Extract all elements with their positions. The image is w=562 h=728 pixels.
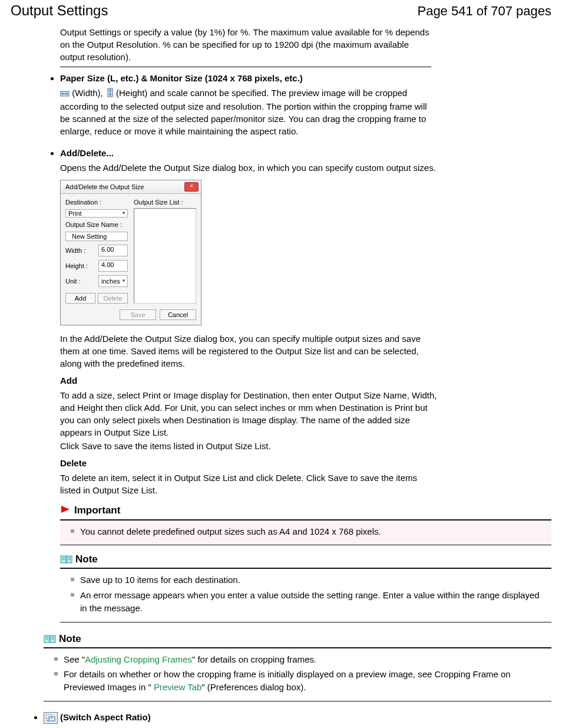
- delete-text: To delete an item, select it in Output S…: [60, 472, 437, 496]
- page-header: Output Settings Page 541 of 707 pages: [11, 0, 551, 26]
- paper-size-heading: Paper Size (L, etc.) & Monitor Size (102…: [60, 73, 303, 83]
- section-paper-size: Paper Size (L, etc.) & Monitor Size (102…: [60, 73, 551, 137]
- after-dialog-text: In the Add/Delete the Output Size dialog…: [60, 332, 437, 370]
- chevron-down-icon: ▼: [121, 210, 126, 216]
- note-item: For details on whether or how the croppi…: [54, 668, 548, 694]
- height-icon: [105, 88, 114, 100]
- cancel-button[interactable]: Cancel: [160, 309, 196, 320]
- section-add-delete: Add/Delete... Opens the Add/Delete the O…: [60, 148, 551, 622]
- height-label: Height :: [65, 262, 95, 269]
- note-label: Note: [75, 554, 98, 565]
- note-item: Save up to 10 items for each destination…: [71, 574, 548, 587]
- destination-label: Destination :: [65, 199, 128, 206]
- page-title: Output Settings: [11, 2, 108, 19]
- important-item: You cannot delete predefined output size…: [71, 525, 548, 538]
- width-icon: [60, 88, 70, 100]
- add-text-1: To add a size, select Print or Image dis…: [60, 389, 437, 439]
- link-adjusting-cropping-frames[interactable]: Adjusting Cropping Frames: [85, 654, 192, 664]
- output-size-name-input[interactable]: New Setting: [65, 232, 128, 241]
- note-box-1: Note Save up to 10 items for each destin…: [60, 554, 551, 622]
- add-delete-dialog: Add/Delete the Output Size × Destination…: [60, 180, 201, 325]
- close-icon[interactable]: ×: [184, 182, 199, 192]
- svg-marker-4: [61, 506, 70, 513]
- unit-label: Unit :: [65, 278, 95, 285]
- important-box: Important You cannot delete predefined o…: [60, 505, 551, 546]
- switch-heading: (Switch Aspect Ratio): [60, 712, 151, 722]
- add-subheading: Add: [60, 375, 551, 386]
- width-input[interactable]: 6.00: [98, 245, 128, 256]
- chevron-down-icon: ▼: [121, 278, 126, 284]
- paper-text-body: (Height) and scale cannot be specified. …: [60, 88, 427, 136]
- add-text-2: Click Save to save the items listed in O…: [60, 440, 437, 452]
- output-size-name-label: Output Size Name :: [65, 221, 128, 228]
- important-label: Important: [74, 505, 120, 516]
- add-button[interactable]: Add: [65, 293, 95, 304]
- unit-select[interactable]: inches▼: [98, 275, 128, 287]
- paper-text-pre: (Width),: [70, 88, 105, 98]
- book-icon: [44, 634, 57, 644]
- page-number: Page 541 of 707 pages: [417, 4, 551, 19]
- link-preview-tab[interactable]: Preview Tab: [154, 682, 201, 692]
- add-delete-heading: Add/Delete...: [60, 148, 114, 158]
- destination-select[interactable]: Print▼: [65, 209, 128, 218]
- flag-icon: [60, 505, 72, 517]
- add-delete-intro: Opens the Add/Delete the Output Size dia…: [60, 162, 437, 174]
- delete-subheading: Delete: [60, 458, 551, 468]
- output-size-list[interactable]: [134, 208, 196, 304]
- note-box-2: Note See "Adjusting Cropping Frames" for…: [44, 633, 551, 701]
- switch-aspect-ratio-icon: [44, 712, 58, 724]
- dialog-title: Add/Delete the Output Size: [65, 183, 144, 190]
- note-label: Note: [59, 633, 81, 645]
- intro-paragraph: Output Settings or specify a value (by 1…: [60, 26, 431, 67]
- delete-button[interactable]: Delete: [98, 293, 128, 304]
- note-item: An error message appears when you enter …: [71, 589, 548, 615]
- book-icon: [60, 555, 73, 564]
- height-input[interactable]: 4.00: [98, 260, 128, 272]
- save-button[interactable]: Save: [120, 309, 156, 320]
- width-label: Width :: [65, 247, 95, 254]
- note-item: See "Adjusting Cropping Frames" for deta…: [54, 653, 548, 666]
- output-size-list-label: Output Size List :: [134, 199, 196, 206]
- section-switch-aspect-ratio: (Switch Aspect Ratio) This button is ava…: [44, 712, 551, 728]
